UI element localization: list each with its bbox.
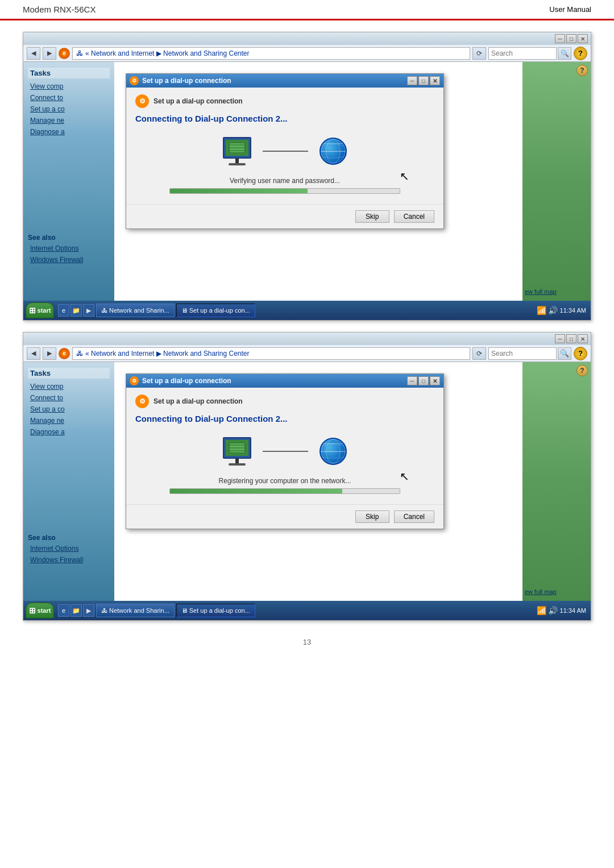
- close-btn-2[interactable]: ✕: [578, 334, 588, 343]
- dialog-header-row-1: ⚙ Set up a dial-up connection: [135, 94, 434, 108]
- monitor-1: [223, 137, 251, 159]
- dialog-restore-1[interactable]: □: [418, 76, 429, 85]
- search-input-1[interactable]: [488, 47, 557, 60]
- minimize-btn-1[interactable]: ─: [555, 34, 565, 43]
- back-btn-2[interactable]: ◀: [27, 347, 40, 360]
- search-btn-1[interactable]: 🔍: [558, 47, 571, 60]
- see-also-section-2: See also Internet Options Windows Firewa…: [28, 534, 85, 567]
- taskbar-dialup-btn-1[interactable]: 🖥 Set up a dial-up con...: [176, 304, 255, 317]
- systray-vol-1: 🔊: [548, 306, 558, 315]
- taskbar-network-btn-2[interactable]: 🖧 Network and Sharin...: [96, 604, 175, 617]
- tasks-title-1: Tasks: [28, 68, 110, 78]
- globe-svg-1: [321, 139, 346, 164]
- help-btn-map-2[interactable]: ?: [576, 365, 588, 376]
- dialog-animation-1: [135, 131, 434, 171]
- systray-network-2: 📶: [537, 606, 546, 615]
- cancel-btn-1[interactable]: Cancel: [394, 210, 434, 223]
- taskbar-dialup-btn-2[interactable]: 🖥 Set up a dial-up con...: [176, 604, 255, 617]
- minimize-btn-2[interactable]: ─: [555, 334, 565, 343]
- cancel-btn-2[interactable]: Cancel: [394, 510, 434, 523]
- dialog-status-1: Verifying user name and password...: [135, 177, 434, 185]
- dialog-status-2: Registering your computer on the network…: [135, 477, 434, 485]
- sidebar-link-internet-2[interactable]: Internet Options: [28, 544, 85, 553]
- taskbar-folder-1[interactable]: 📁: [70, 304, 82, 317]
- search-input-2[interactable]: [488, 347, 557, 360]
- go-btn-1[interactable]: ⟳: [472, 47, 486, 60]
- dialog-minimize-1[interactable]: ─: [407, 76, 417, 85]
- sidebar-link-connectto-2[interactable]: Connect to: [28, 393, 110, 402]
- search-btn-2[interactable]: 🔍: [558, 347, 571, 360]
- start-btn-1[interactable]: ⊞ start: [26, 302, 54, 318]
- taskbar-network-btn-1[interactable]: 🖧 Network and Sharin...: [96, 304, 175, 317]
- dialog-footer-1: Skip Cancel: [126, 204, 443, 229]
- taskbar-folder-2[interactable]: 📁: [70, 604, 82, 617]
- search-area-2: 🔍: [488, 347, 571, 360]
- computer-icon-1: [223, 137, 251, 165]
- dialog-title-icon-2: ⚙: [130, 376, 139, 385]
- back-btn-1[interactable]: ◀: [27, 47, 40, 60]
- taskbar-media-1[interactable]: ▶: [83, 304, 94, 317]
- monitor-screen-1: [226, 140, 248, 156]
- sidebar-link-connectto[interactable]: Connect to: [28, 93, 110, 102]
- dialog-minimize-2[interactable]: ─: [407, 376, 417, 385]
- dialog-restore-2[interactable]: □: [418, 376, 429, 385]
- map-label-1[interactable]: ew full map: [525, 288, 557, 295]
- sidebar-link-firewall[interactable]: Windows Firewall: [28, 255, 85, 264]
- sidebar-link-setupco[interactable]: Set up a co: [28, 105, 110, 114]
- ie-icon-2: e: [59, 348, 70, 359]
- dialog-title-btns-2: ─ □ ✕: [407, 376, 440, 385]
- network-icon-2: 🖧: [76, 350, 83, 358]
- sidebar-link-setupco-2[interactable]: Set up a co: [28, 405, 110, 414]
- help-btn-map-1[interactable]: ?: [576, 65, 588, 76]
- sidebar-link-diagnose-2[interactable]: Diagnose a: [28, 427, 110, 437]
- start-btn-2[interactable]: ⊞ start: [26, 603, 54, 618]
- brand-title: Modem RNX-56CX: [23, 5, 96, 14]
- taskbar-2: ⊞ start e 📁 ▶ 🖧 Network and Sharin... 🖥 …: [23, 601, 591, 620]
- skip-btn-2[interactable]: Skip: [355, 510, 389, 523]
- sidebar-link-managene[interactable]: Manage ne: [28, 116, 110, 125]
- go-btn-2[interactable]: ⟳: [472, 347, 486, 360]
- map-area-1: ? ew full map: [522, 62, 591, 301]
- screenshot-1-window: ─ □ ✕ ◀ ▶ e 🖧 « Network and Internet ▶ N…: [23, 32, 591, 321]
- window-titlebar-1: ─ □ ✕: [23, 32, 591, 45]
- restore-btn-1[interactable]: □: [566, 34, 576, 43]
- taskbar-ie-1[interactable]: e: [58, 304, 69, 317]
- systray-icons-1: 📶 🔊: [537, 306, 558, 315]
- see-also-title-2: See also: [28, 534, 85, 542]
- dialog-connecting-title-1: Connecting to Dial-up Connection 2...: [135, 114, 434, 123]
- svg-point-6: [326, 139, 340, 163]
- page-footer: 13: [0, 632, 614, 652]
- forward-btn-2[interactable]: ▶: [43, 347, 56, 360]
- map-label-2[interactable]: ew full map: [525, 588, 557, 595]
- network-icon-tb-2: 🖧: [101, 607, 107, 614]
- close-btn-1[interactable]: ✕: [578, 34, 588, 43]
- help-btn-2[interactable]: ?: [574, 347, 587, 360]
- forward-icon: ▶: [47, 49, 52, 57]
- sidebar-link-viewcomp[interactable]: View comp: [28, 82, 110, 91]
- back-icon: ◀: [31, 49, 36, 57]
- dialog-1: ⚙ Set up a dial-up connection ─ □ ✕ ⚙ Se: [126, 73, 444, 229]
- skip-btn-1[interactable]: Skip: [355, 210, 389, 223]
- restore-btn-2[interactable]: □: [566, 334, 576, 343]
- dialog-subtitle-2: Set up a dial-up connection: [154, 397, 243, 405]
- page-header: Modem RNX-56CX User Manual: [0, 0, 614, 20]
- sidebar-link-viewcomp-2[interactable]: View comp: [28, 382, 110, 391]
- monitor-stand-1: [235, 159, 239, 163]
- sidebar-link-diagnose[interactable]: Diagnose a: [28, 127, 110, 136]
- taskbar-ie-2[interactable]: e: [58, 604, 69, 617]
- systray-icons-2: 📶 🔊: [537, 606, 558, 615]
- dialog-title-icon-1: ⚙: [130, 76, 139, 85]
- forward-btn-1[interactable]: ▶: [43, 47, 56, 60]
- help-btn-1[interactable]: ?: [574, 47, 587, 60]
- quick-launch-1: e 📁 ▶: [58, 304, 94, 317]
- line-seg-2: [263, 451, 308, 452]
- page-number: 13: [303, 638, 311, 646]
- sidebar-link-firewall-2[interactable]: Windows Firewall: [28, 555, 85, 564]
- dialog-titlebar-1: ⚙ Set up a dial-up connection ─ □ ✕: [126, 74, 443, 88]
- dialog-close-1[interactable]: ✕: [430, 76, 440, 85]
- dialog-close-2[interactable]: ✕: [430, 376, 440, 385]
- taskbar-media-2[interactable]: ▶: [83, 604, 94, 617]
- sidebar-link-managene-2[interactable]: Manage ne: [28, 416, 110, 425]
- dialog-body-1: ⚙ Set up a dial-up connection Connecting…: [126, 88, 443, 204]
- sidebar-link-internet[interactable]: Internet Options: [28, 244, 85, 253]
